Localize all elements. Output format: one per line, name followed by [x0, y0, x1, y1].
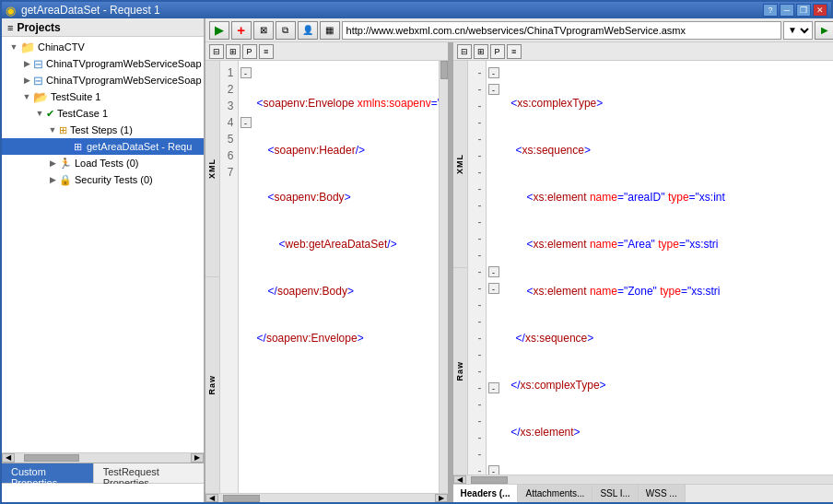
pretty-btn-r[interactable]: P: [490, 44, 505, 59]
xml-text-left[interactable]: <soapenv:Envelope xmlns:soapenv="http://…: [255, 61, 439, 493]
run-button[interactable]: ▶: [209, 21, 229, 40]
tree-label-testsuite: TestSuite 1: [51, 91, 100, 102]
xml-pane-right: ⊟ ⊞ P ≡ XML Raw: [453, 42, 833, 502]
tab-attachments[interactable]: Attachments...: [518, 485, 592, 503]
tree-label-testcase: TestCase 1: [57, 108, 108, 119]
tree-item-testsuite[interactable]: ▼ 📂 TestSuite 1: [2, 88, 204, 105]
teststeps-icon: ⊞: [59, 124, 67, 136]
left-bottom-tabs: Custom Properties TestRequest Properties: [2, 463, 204, 484]
collapse-r1[interactable]: -: [488, 67, 499, 78]
expand-loadtests[interactable]: ▶: [46, 158, 59, 168]
request-toolbar: ▶ + ⊠ ⧉ 👤 ▦ ▼ ▶ W: [205, 18, 833, 42]
tree-item-loadtests[interactable]: ▶ 🏃 Load Tests (0): [2, 155, 204, 171]
app-icon: ◉: [6, 4, 16, 18]
expand-chinatv[interactable]: ▼: [7, 42, 20, 52]
send-button[interactable]: ▶: [815, 21, 833, 40]
collapse-r5[interactable]: -: [488, 382, 499, 393]
projects-label: Projects: [17, 21, 60, 34]
tree-item-teststeps[interactable]: ▼ ⊞ Test Steps (1): [2, 122, 204, 138]
scroll-right-xml[interactable]: ▶: [435, 494, 448, 502]
method-select[interactable]: ▼: [783, 21, 813, 40]
tree-label-soap2: ChinaTVprogramWebServiceSoap: [46, 75, 202, 86]
vscroll-left[interactable]: [439, 61, 448, 493]
tree-item-sectests[interactable]: ▶ 🔒 Security Tests (0): [2, 171, 204, 188]
expand-testcase[interactable]: ▼: [33, 109, 46, 118]
custom-props-tab[interactable]: Custom Properties: [2, 463, 94, 484]
left-hscrollbar[interactable]: ◀ ▶: [2, 452, 204, 462]
collapse-1[interactable]: -: [241, 67, 252, 78]
scroll-right-btn[interactable]: ▶: [191, 453, 204, 463]
soap-icon-2: ⊟: [33, 74, 43, 88]
expand-testsuite[interactable]: ▼: [20, 92, 33, 101]
minimize-button[interactable]: ─: [780, 4, 794, 17]
request-icon: ⊞: [72, 141, 84, 153]
hscroll-left[interactable]: ◀ ▶: [205, 493, 448, 502]
bottom-tab-strip-right: Headers (... Attachments... SSL I... WSS…: [453, 485, 686, 503]
xml-text-right[interactable]: <xs:complexType> <xs:sequence> <xs:eleme…: [503, 61, 833, 475]
h-scroll-track[interactable]: [15, 453, 191, 463]
tab-headers[interactable]: Headers (...: [453, 485, 519, 503]
restore-button[interactable]: ❐: [796, 4, 811, 17]
testrequest-props-label[interactable]: TestRequest Properties: [94, 463, 204, 484]
tree-label-chinatv: ChinaCTV: [38, 41, 85, 53]
tree-item-getarea[interactable]: ⊞ getAreaDataSet - Requ: [2, 138, 204, 155]
scroll-left-xml[interactable]: ◀: [205, 494, 218, 502]
collapse-btn-l[interactable]: ⊟: [209, 44, 224, 59]
line-numbers-left: 1 2 3 4 5 6 7: [220, 61, 239, 493]
expand-sectests[interactable]: ▶: [46, 175, 59, 184]
raw-label-left: Raw: [207, 375, 217, 395]
settings-button[interactable]: ▦: [320, 21, 340, 40]
split-panes: ⊟ ⊞ P ≡ XML Raw: [205, 42, 833, 502]
xml-toolbar-right: ⊟ ⊞ P ≡: [453, 42, 833, 61]
expand-btn-r[interactable]: ⊞: [474, 44, 488, 59]
options-btn-r[interactable]: ≡: [507, 44, 522, 59]
tree-item-soap1[interactable]: ▶ ⊟ ChinaTVprogramWebServiceSoap: [2, 55, 204, 72]
hscroll-track-left[interactable]: [218, 494, 435, 502]
projects-header: ≡ Projects: [2, 18, 204, 37]
expand-soap1[interactable]: ▶: [20, 59, 33, 68]
clone-button[interactable]: ⧉: [276, 21, 296, 40]
collapse-r6[interactable]: -: [488, 465, 499, 475]
h-scroll-thumb[interactable]: [24, 454, 79, 462]
hscroll-right[interactable]: ◀ ▶: [453, 475, 833, 484]
cancel-button[interactable]: ⊠: [253, 21, 274, 40]
collapse-r4[interactable]: -: [488, 283, 499, 294]
xml-content-left: XML Raw 1 2 3 4 5: [205, 61, 448, 493]
collapse-2[interactable]: -: [241, 117, 252, 128]
help-button[interactable]: ?: [763, 4, 778, 17]
menu-icon: ≡: [7, 22, 13, 33]
expand-btn-l[interactable]: ⊞: [226, 44, 241, 59]
close-button[interactable]: ✕: [813, 4, 827, 17]
hscroll-thumb-left[interactable]: [223, 495, 260, 502]
sectests-icon: 🔒: [59, 174, 72, 186]
tree-item-soap2[interactable]: ▶ ⊟ ChinaTVprogramWebServiceSoap: [2, 72, 204, 88]
scroll-left-btn[interactable]: ◀: [2, 453, 15, 463]
add-button[interactable]: +: [231, 21, 252, 40]
tab-ssl[interactable]: SSL I...: [592, 485, 638, 503]
options-btn-l[interactable]: ≡: [259, 44, 274, 59]
tree-label-getarea: getAreaDataSet - Requ: [87, 141, 192, 152]
xml-content-right: XML Raw - - - - -: [453, 61, 833, 475]
hscroll-track-right[interactable]: [466, 475, 833, 484]
collapse-r2[interactable]: -: [488, 84, 499, 95]
tree-label-sectests: Security Tests (0): [75, 174, 153, 185]
expand-soap2[interactable]: ▶: [20, 76, 33, 85]
hscroll-thumb-right[interactable]: [471, 476, 508, 484]
tab-wss[interactable]: WSS ...: [639, 485, 686, 503]
pretty-btn-l[interactable]: P: [242, 44, 257, 59]
main-window: ◉ getAreaDataSet - Request 1 ? ─ ❐ ✕ ≡ P…: [0, 0, 833, 504]
project-tree[interactable]: ▼ 📁 ChinaCTV ▶ ⊟ ChinaTVprogramWebServic…: [2, 37, 204, 452]
collapse-r3[interactable]: -: [488, 266, 499, 277]
collapse-markers-right: - - - -: [487, 61, 503, 475]
collapse-btn-r[interactable]: ⊟: [457, 44, 472, 59]
tree-item-testcase[interactable]: ▼ ✔ TestCase 1: [2, 105, 204, 122]
xml-label-right: XML: [455, 154, 464, 174]
main-layout: ≡ Projects ▼ 📁 ChinaCTV ▶ ⊟ ChinaTVprogr: [2, 18, 831, 502]
url-input[interactable]: [342, 21, 781, 40]
expand-teststeps[interactable]: ▼: [46, 125, 59, 135]
user-button[interactable]: 👤: [298, 21, 318, 40]
raw-label-right: Raw: [455, 361, 464, 381]
scroll-left-xml-r[interactable]: ◀: [453, 475, 466, 484]
tree-item-chinatv[interactable]: ▼ 📁 ChinaCTV: [2, 39, 204, 55]
xml-toolbar-left: ⊟ ⊞ P ≡: [205, 42, 448, 61]
